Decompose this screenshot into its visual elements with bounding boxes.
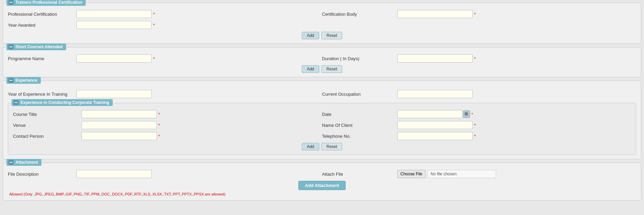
client-right: Name Of Client *	[322, 121, 631, 129]
corporate-training-subsection: Experience in Conducting Corporate Train…	[8, 103, 636, 155]
year-exp-left: Year of Experience In Training	[8, 90, 322, 98]
trainers-cert-header[interactable]: Trainers Professional Certification	[7, 0, 86, 6]
course-title-input[interactable]	[82, 110, 157, 118]
experience-main-row: Year of Experience In Training Current O…	[8, 90, 636, 98]
date-field: *	[397, 110, 473, 118]
corporate-training-header[interactable]: Experience in Conducting Corporate Train…	[12, 99, 113, 106]
name-of-client-field: *	[397, 121, 476, 129]
cert-body-star: *	[474, 12, 476, 17]
contact-person-input[interactable]	[82, 132, 157, 140]
allowed-text: Allowed (Only .JPG,.JPEG,.BMP,.GIF,.PNG,…	[8, 192, 636, 196]
contact-star: *	[158, 134, 160, 139]
year-exp-label: Year of Experience In Training	[8, 92, 76, 97]
cert-body-right: Certification Body *	[322, 10, 636, 18]
file-name-display: No file chosen	[428, 170, 496, 178]
attachment-row: File Description Attach File Choose File…	[8, 170, 636, 178]
trainers-cert-add-button[interactable]: Add	[302, 32, 319, 39]
date-right: Date *	[322, 110, 631, 118]
telephone-label: Telephone No.	[322, 134, 397, 139]
short-courses-buttons: Add Reset	[8, 65, 636, 73]
file-desc-left: File Description	[8, 170, 322, 178]
experience-title: Experience	[15, 78, 37, 83]
venue-row: Venue * Name Of Client *	[13, 121, 631, 129]
short-courses-title: Short Courses Attended	[15, 44, 63, 49]
name-of-client-label: Name Of Client	[322, 123, 397, 128]
duration-field: *	[397, 54, 476, 63]
trainers-cert-reset-button[interactable]: Reset	[321, 32, 342, 39]
venue-input[interactable]	[82, 121, 157, 129]
collapse-icon-5	[9, 160, 13, 165]
current-occupation-field	[397, 90, 473, 98]
duration-star: *	[474, 56, 476, 61]
year-awarded-field: *	[76, 21, 155, 29]
attachment-section: Attachment File Description Attach File …	[3, 163, 641, 201]
year-awarded-row: Year Awarded *	[8, 21, 636, 29]
year-exp-input[interactable]	[76, 90, 152, 98]
year-awarded-input[interactable]	[76, 21, 152, 29]
prof-cert-input[interactable]	[76, 10, 152, 18]
duration-input[interactable]	[397, 54, 473, 63]
experience-header[interactable]: Experience	[7, 77, 41, 84]
programme-name-input[interactable]	[76, 54, 152, 63]
client-star: *	[474, 123, 476, 128]
short-courses-content: Programme Name * Duration ( In Days) * A…	[8, 54, 636, 73]
experience-section: Experience Year of Experience In Trainin…	[3, 81, 641, 159]
trainers-cert-section: Trainers Professional Certification Prof…	[3, 3, 641, 44]
corporate-training-title: Experience in Conducting Corporate Train…	[21, 100, 109, 105]
contact-left: Contact Person *	[13, 132, 322, 140]
date-label: Date	[322, 112, 397, 117]
venue-label: Venue	[13, 123, 82, 128]
trainers-cert-content: Professional Certification * Certificati…	[8, 10, 636, 39]
course-title-row: Course Title * Date *	[13, 110, 631, 118]
short-courses-reset-button[interactable]: Reset	[321, 65, 342, 73]
name-of-client-input[interactable]	[397, 121, 473, 129]
file-desc-input[interactable]	[76, 170, 152, 178]
current-occupation-right: Current Occupation	[322, 90, 636, 98]
programme-left: Programme Name *	[8, 54, 322, 63]
corporate-add-button[interactable]: Add	[302, 143, 319, 150]
cert-body-field: *	[397, 10, 476, 18]
collapse-icon-4	[14, 100, 18, 105]
attach-file-right: Attach File Choose File No file chosen	[322, 170, 636, 178]
course-title-label: Course Title	[13, 112, 82, 117]
prof-cert-star: *	[153, 12, 155, 17]
corporate-buttons: Add Reset	[13, 143, 631, 150]
calendar-icon[interactable]	[463, 110, 470, 118]
collapse-icon-2	[9, 44, 13, 49]
add-attachment-button[interactable]: Add Attachment	[298, 181, 346, 190]
prof-cert-label: Professional Certification	[8, 12, 76, 17]
year-exp-field	[76, 90, 152, 98]
current-occupation-input[interactable]	[397, 90, 473, 98]
venue-star: *	[158, 123, 160, 128]
contact-person-label: Contact Person	[13, 134, 82, 139]
attachment-header[interactable]: Attachment	[7, 159, 41, 166]
programme-name-star: *	[153, 56, 155, 61]
contact-row: Contact Person * Telephone No. *	[13, 132, 631, 140]
corporate-reset-button[interactable]: Reset	[321, 143, 342, 150]
cert-body-input[interactable]	[397, 10, 473, 18]
short-courses-add-button[interactable]: Add	[302, 65, 319, 73]
cert-body-label: Certification Body	[322, 12, 397, 17]
file-desc-label: File Description	[8, 172, 76, 177]
year-awarded-label: Year Awarded	[8, 23, 76, 28]
choose-file-button[interactable]: Choose File	[397, 170, 425, 178]
prof-cert-left: Professional Certification *	[8, 10, 322, 18]
year-awarded-left: Year Awarded *	[8, 21, 322, 29]
attach-file-field: Choose File No file chosen	[397, 170, 496, 178]
duration-label: Duration ( In Days)	[322, 56, 397, 61]
date-input[interactable]	[397, 110, 462, 118]
venue-field: *	[82, 121, 160, 129]
current-occupation-label: Current Occupation	[322, 92, 397, 97]
collapse-icon	[9, 0, 13, 5]
course-title-left: Course Title *	[13, 110, 322, 118]
prof-cert-row: Professional Certification * Certificati…	[8, 10, 636, 18]
page-container: Trainers Professional Certification Prof…	[0, 0, 644, 215]
telephone-input[interactable]	[397, 132, 473, 140]
venue-left: Venue *	[13, 121, 322, 129]
collapse-icon-3	[9, 78, 13, 83]
attachment-content: File Description Attach File Choose File…	[8, 170, 636, 196]
short-courses-section: Short Courses Attended Programme Name * …	[3, 47, 641, 77]
short-courses-header[interactable]: Short Courses Attended	[7, 43, 66, 50]
telephone-right: Telephone No. *	[322, 132, 631, 140]
attachment-title: Attachment	[15, 160, 38, 165]
